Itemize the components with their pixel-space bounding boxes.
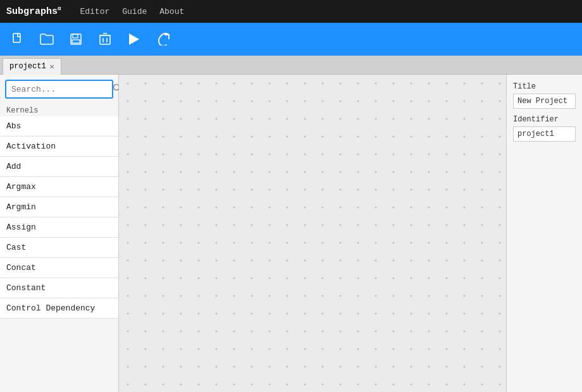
- nav-guide[interactable]: Guide: [122, 7, 147, 16]
- tab-bar: project1 ✕: [0, 56, 582, 75]
- title-label: Title: [513, 82, 576, 91]
- save-icon[interactable]: [67, 30, 85, 48]
- svg-rect-4: [100, 35, 110, 44]
- svg-rect-3: [72, 40, 80, 43]
- kernel-item[interactable]: Activation: [0, 137, 118, 157]
- identifier-label: Identifier: [513, 115, 576, 124]
- delete-icon[interactable]: [96, 30, 114, 48]
- tab-project1[interactable]: project1 ✕: [3, 58, 61, 75]
- kernel-item[interactable]: Argmax: [0, 177, 118, 197]
- app-title: Subgraphsα: [6, 6, 61, 17]
- kernel-item[interactable]: Concat: [0, 258, 118, 278]
- kernels-label: Kernels: [0, 104, 118, 116]
- search-box: [5, 80, 113, 99]
- kernel-item[interactable]: Add: [0, 157, 118, 177]
- top-nav: Subgraphsα Editor Guide About: [0, 0, 582, 23]
- main-area: Kernels AbsActivationAddArgmaxArgminAssi…: [0, 75, 582, 392]
- svg-rect-2: [73, 34, 78, 38]
- nav-editor[interactable]: Editor: [80, 7, 109, 16]
- svg-rect-0: [13, 34, 20, 42]
- kernel-item[interactable]: Cast: [0, 238, 118, 258]
- kernel-item[interactable]: Abs: [0, 116, 118, 137]
- title-input[interactable]: [513, 94, 576, 109]
- kernel-item[interactable]: Assign: [0, 217, 118, 238]
- redo-icon[interactable]: [154, 30, 172, 48]
- canvas-area[interactable]: [119, 75, 506, 392]
- dot-grid: [119, 75, 506, 392]
- kernel-item[interactable]: Control Dependency: [0, 298, 118, 319]
- kernel-item[interactable]: Constant: [0, 278, 118, 298]
- sidebar: Kernels AbsActivationAddArgmaxArgminAssi…: [0, 75, 119, 392]
- identifier-input[interactable]: [513, 126, 576, 142]
- toolbar: [0, 23, 582, 56]
- svg-rect-13: [119, 75, 506, 392]
- properties-panel: Title Identifier: [506, 75, 582, 392]
- search-input[interactable]: [11, 85, 113, 94]
- play-icon[interactable]: [125, 30, 143, 48]
- nav-about[interactable]: About: [159, 7, 184, 16]
- tab-close-button[interactable]: ✕: [50, 62, 54, 71]
- folder-icon[interactable]: [38, 30, 56, 48]
- svg-marker-9: [129, 34, 139, 45]
- new-file-icon[interactable]: [9, 30, 27, 48]
- kernel-list: AbsActivationAddArgmaxArgminAssignCastCo…: [0, 116, 118, 392]
- kernel-item[interactable]: Argmin: [0, 197, 118, 217]
- tab-label: project1: [9, 62, 46, 71]
